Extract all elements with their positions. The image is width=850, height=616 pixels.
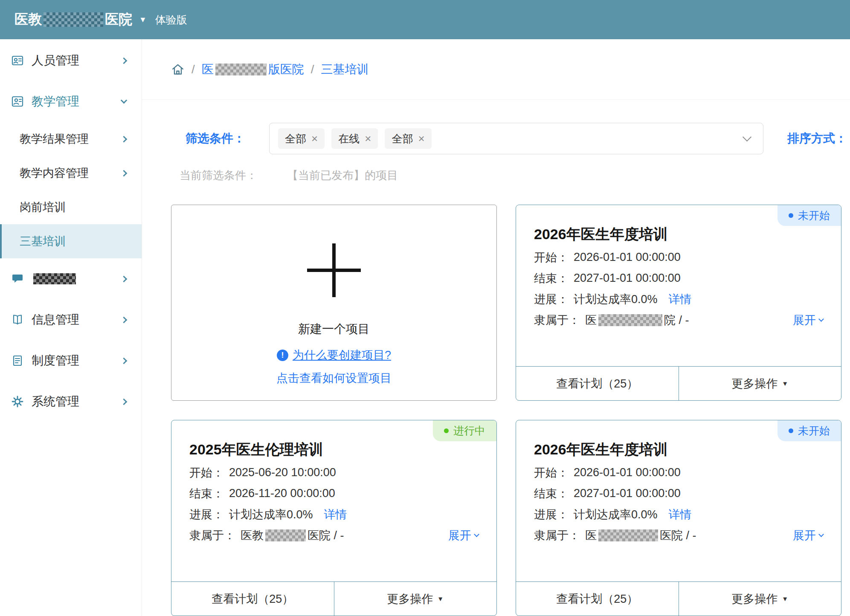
sidebar-item-label: 人员管理 (32, 52, 79, 69)
detail-link[interactable]: 详情 (324, 507, 347, 522)
filter-tag: 在线 × (331, 128, 378, 149)
breadcrumb-separator: / (311, 63, 314, 76)
content-area: 筛选条件： 全部 × 在线 × 全部 × 排序方式： 当前筛选条件： (142, 123, 850, 616)
app-title: 医教 医院 (15, 10, 132, 29)
owner-line: 隶属于： 医教 医院 / - 展开 (171, 525, 496, 546)
sidebar-item-system[interactable]: 系统管理 (0, 381, 142, 422)
expand-link[interactable]: 展开 (793, 312, 823, 328)
view-plan-button[interactable]: 查看计划（25） (171, 582, 334, 616)
remove-tag-icon[interactable]: × (311, 132, 318, 145)
view-plan-button[interactable]: 查看计划（25） (516, 367, 679, 400)
sidebar-item-regulations[interactable]: 制度管理 (0, 340, 142, 381)
sidebar-item-teaching[interactable]: 教学管理 (0, 81, 142, 122)
expand-link[interactable]: 展开 (448, 528, 479, 543)
status-badge: 未开始 (777, 205, 841, 226)
sidebar-item-three-basics-training[interactable]: 三基培训 (0, 224, 142, 258)
end-label: 结束： (534, 271, 569, 286)
more-actions-button[interactable]: 更多操作 ▼ (679, 582, 841, 616)
why-create-row: ! 为什么要创建项目? (277, 347, 391, 363)
app-header: 医教 医院 ▼ 体验版 (0, 0, 850, 39)
end-line: 结束： 2026-11-20 00:00:00 (171, 483, 496, 504)
chevron-right-icon (121, 357, 128, 364)
chevron-right-icon (121, 316, 128, 323)
start-label: 开始： (534, 250, 569, 265)
progress-value: 计划达成率0.0% (229, 507, 313, 522)
more-actions-button[interactable]: 更多操作 ▼ (334, 582, 497, 616)
sidebar: 人员管理 教学管理 教学结果管理 教学内容管理 岗前培训 三基培训 信息管理 (0, 39, 142, 616)
current-filter-value: 【当前已发布】的项目 (287, 168, 398, 181)
redacted-label-block (33, 273, 76, 284)
filter-select[interactable]: 全部 × 在线 × 全部 × (269, 123, 763, 154)
breadcrumb-hospital-suffix: 版医院 (268, 61, 304, 78)
filter-tag-label: 全部 (392, 132, 413, 146)
breadcrumb-hospital-link[interactable]: 医 版医院 (202, 61, 304, 78)
status-badge: 进行中 (433, 420, 496, 441)
project-cards-grid: 新建一个项目 ! 为什么要创建项目? 点击查看如何设置项目 未开始 2026年医… (171, 205, 850, 616)
chevron-right-icon (121, 57, 128, 64)
new-project-card[interactable]: 新建一个项目 ! 为什么要创建项目? 点击查看如何设置项目 (171, 205, 497, 401)
remove-tag-icon[interactable]: × (418, 132, 424, 145)
header-dropdown-icon[interactable]: ▼ (139, 15, 147, 24)
more-actions-button[interactable]: 更多操作 ▼ (679, 367, 841, 400)
progress-value: 计划达成率0.0% (574, 507, 658, 522)
detail-link[interactable]: 详情 (669, 292, 692, 307)
progress-line: 进展： 计划达成率0.0% 详情 (171, 504, 496, 525)
end-label: 结束： (534, 486, 569, 501)
caret-down-icon: ▼ (782, 595, 788, 602)
home-icon[interactable] (171, 63, 185, 76)
owner-value: 医 院 / - (585, 312, 689, 328)
progress-label: 进展： (534, 292, 569, 307)
card-footer: 查看计划（25） 更多操作 ▼ (516, 366, 841, 400)
status-dot-icon (789, 428, 793, 433)
status-text: 进行中 (453, 424, 485, 438)
end-value: 2026-11-20 00:00:00 (229, 487, 335, 500)
filter-row: 筛选条件： 全部 × 在线 × 全部 × 排序方式： (171, 123, 850, 154)
filter-tag: 全部 × (385, 128, 431, 149)
sort-label: 排序方式： (787, 130, 847, 147)
how-setup-link[interactable]: 点击查看如何设置项目 (276, 370, 392, 386)
sidebar-item-information[interactable]: 信息管理 (0, 299, 142, 340)
chevron-down-icon (818, 532, 824, 537)
sidebar-item-label: 教学管理 (32, 93, 79, 110)
end-line: 结束： 2027-01-01 00:00:00 (516, 483, 841, 504)
app-title-suffix: 医院 (105, 10, 132, 29)
current-filter-row: 当前筛选条件： 【当前已发布】的项目 (171, 168, 850, 181)
sidebar-item-pre-job-training[interactable]: 岗前培训 (0, 190, 142, 224)
card-footer: 查看计划（25） 更多操作 ▼ (171, 581, 496, 616)
sidebar-item-redacted[interactable] (0, 258, 142, 299)
status-dot-icon (789, 213, 793, 218)
chevron-down-icon (743, 132, 751, 141)
expand-link[interactable]: 展开 (793, 528, 823, 543)
chevron-down-icon (474, 532, 479, 537)
owner-label: 隶属于： (189, 528, 235, 543)
new-project-title: 新建一个项目 (298, 321, 370, 337)
sidebar-item-personnel[interactable]: 人员管理 (0, 40, 142, 81)
project-card: 未开始 2026年医生年度培训 开始： 2026-01-01 00:00:00 … (516, 205, 841, 401)
breadcrumb-current-page[interactable]: 三基培训 (321, 61, 369, 78)
chevron-right-icon (121, 398, 128, 405)
status-text: 未开始 (798, 424, 830, 438)
start-value: 2026-01-01 00:00:00 (574, 466, 681, 479)
id-card-icon (11, 54, 24, 67)
progress-value: 计划达成率0.0% (574, 292, 658, 307)
remove-tag-icon[interactable]: × (365, 132, 371, 145)
card-footer: 查看计划（25） 更多操作 ▼ (516, 581, 841, 616)
why-create-link[interactable]: 为什么要创建项目? (293, 347, 391, 363)
sidebar-item-label: 制度管理 (32, 353, 79, 369)
open-book-icon (11, 313, 24, 326)
owner-label: 隶属于： (534, 528, 580, 543)
progress-label: 进展： (534, 507, 569, 522)
sidebar-item-teaching-results[interactable]: 教学结果管理 (0, 122, 142, 156)
status-badge: 未开始 (777, 420, 841, 441)
breadcrumb: / 医 版医院 / 三基培训 (142, 39, 850, 100)
sidebar-item-label: 教学内容管理 (20, 165, 89, 181)
sidebar-item-teaching-content[interactable]: 教学内容管理 (0, 156, 142, 190)
filter-label: 筛选条件： (186, 130, 245, 147)
filter-tag: 全部 × (278, 128, 325, 149)
start-line: 开始： 2026-01-01 00:00:00 (516, 247, 841, 268)
breadcrumb-separator: / (191, 63, 195, 76)
detail-link[interactable]: 详情 (669, 507, 692, 522)
main-content: / 医 版医院 / 三基培训 筛选条件： 全部 × 在线 × 全部 (142, 39, 850, 616)
view-plan-button[interactable]: 查看计划（25） (516, 582, 679, 616)
teacher-icon (11, 95, 24, 108)
